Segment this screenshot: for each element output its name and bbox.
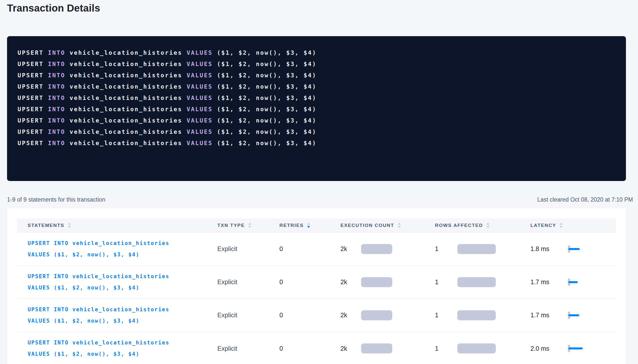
code-line: UPSERT INTO vehicle_location_histories V… bbox=[18, 126, 615, 138]
latency-cell: 1.7 ms bbox=[530, 278, 616, 286]
sort-desc-icon bbox=[398, 226, 401, 228]
rows-affected-value: 1 bbox=[435, 345, 457, 352]
txn-type-value: Explicit bbox=[217, 312, 237, 319]
retries-cell: 0 bbox=[279, 278, 340, 286]
rows-affected-bar bbox=[457, 310, 496, 320]
execution-count-cell: 2k bbox=[340, 343, 435, 353]
rows-affected-bar bbox=[457, 277, 496, 287]
statement-line-1: UPSERT INTO vehicle_location_histories bbox=[28, 271, 169, 282]
latency-bar-chart bbox=[568, 312, 601, 319]
sort-asc-icon bbox=[560, 223, 563, 225]
transaction-details-page: Transaction Details UPSERT INTO vehicle_… bbox=[0, 0, 638, 364]
code-line: UPSERT INTO vehicle_location_histories V… bbox=[18, 115, 615, 126]
sort-arrows-icon bbox=[307, 223, 310, 228]
column-header-label: STATEMENTS bbox=[28, 223, 64, 228]
execution-count-value: 2k bbox=[340, 312, 361, 319]
column-header-latency[interactable]: LATENCY bbox=[530, 223, 616, 228]
table-row: UPSERT INTO vehicle_location_historiesVA… bbox=[17, 266, 616, 299]
table-row: UPSERT INTO vehicle_location_historiesVA… bbox=[17, 232, 616, 266]
latency-cell: 1.7 ms bbox=[530, 312, 616, 319]
rows-affected-value: 1 bbox=[435, 245, 457, 253]
table-row: UPSERT INTO vehicle_location_historiesVA… bbox=[17, 332, 616, 364]
retries-value: 0 bbox=[279, 245, 283, 253]
latency-bar bbox=[568, 248, 580, 250]
code-line: UPSERT INTO vehicle_location_histories V… bbox=[18, 58, 615, 70]
sort-arrows-icon bbox=[248, 223, 251, 228]
statement-cell: UPSERT INTO vehicle_location_historiesVA… bbox=[17, 337, 217, 360]
statement-link[interactable]: UPSERT INTO vehicle_location_historiesVA… bbox=[28, 337, 169, 360]
statement-link[interactable]: UPSERT INTO vehicle_location_historiesVA… bbox=[28, 304, 169, 327]
sort-arrows-icon bbox=[398, 223, 401, 228]
statement-line-2: VALUES ($1, $2, now(), $3, $4) bbox=[28, 282, 169, 293]
page-title: Transaction Details bbox=[7, 3, 100, 14]
column-header-label: RETRIES bbox=[279, 223, 304, 228]
code-line: UPSERT INTO vehicle_location_histories V… bbox=[18, 92, 615, 104]
latency-value: 1.7 ms bbox=[530, 278, 568, 286]
rows-affected-bar bbox=[457, 343, 496, 353]
statement-line-1: UPSERT INTO vehicle_location_histories bbox=[28, 238, 169, 249]
statement-line-2: VALUES ($1, $2, now(), $3, $4) bbox=[28, 348, 169, 360]
code-line: UPSERT INTO vehicle_location_histories V… bbox=[18, 70, 615, 81]
execution-count-bar bbox=[361, 244, 392, 254]
table-row: UPSERT INTO vehicle_location_historiesVA… bbox=[17, 299, 616, 332]
column-header-label: EXECUTION COUNT bbox=[340, 223, 394, 228]
latency-bar-chart bbox=[568, 345, 601, 352]
execution-count-value: 2k bbox=[340, 278, 361, 286]
code-line: UPSERT INTO vehicle_location_histories V… bbox=[18, 81, 615, 92]
statement-line-1: UPSERT INTO vehicle_location_histories bbox=[28, 304, 169, 315]
table-body: UPSERT INTO vehicle_location_historiesVA… bbox=[17, 232, 616, 364]
last-cleared-text: Last cleared Oct 08, 2020 at 7:10 PM bbox=[537, 196, 633, 203]
sort-desc-icon bbox=[486, 226, 489, 228]
rows-affected-value: 1 bbox=[435, 278, 457, 286]
rows-affected-cell: 1 bbox=[435, 277, 530, 287]
column-header-rows-affected[interactable]: ROWS AFFECTED bbox=[435, 223, 530, 228]
execution-count-value: 2k bbox=[340, 345, 361, 352]
sql-code-block: UPSERT INTO vehicle_location_histories V… bbox=[7, 36, 626, 181]
txn-type-value: Explicit bbox=[217, 245, 237, 253]
code-line: UPSERT INTO vehicle_location_histories V… bbox=[18, 138, 615, 149]
sort-desc-icon bbox=[560, 226, 563, 228]
retries-value: 0 bbox=[279, 345, 283, 352]
column-header-statements[interactable]: STATEMENTS bbox=[17, 223, 217, 228]
statement-link[interactable]: UPSERT INTO vehicle_location_historiesVA… bbox=[28, 271, 169, 293]
column-header-label: TXN TYPE bbox=[217, 223, 245, 228]
retries-value: 0 bbox=[279, 312, 283, 319]
latency-bar-chart bbox=[568, 278, 601, 286]
latency-value: 2.0 ms bbox=[530, 345, 568, 352]
txn-type-cell: Explicit bbox=[217, 278, 279, 286]
txn-type-cell: Explicit bbox=[217, 245, 279, 253]
column-header-txn-type[interactable]: TXN TYPE bbox=[217, 223, 279, 228]
txn-type-value: Explicit bbox=[217, 345, 237, 352]
rows-affected-cell: 1 bbox=[435, 310, 530, 320]
column-header-execution-count[interactable]: EXECUTION COUNT bbox=[340, 223, 435, 228]
retries-cell: 0 bbox=[279, 345, 340, 352]
statement-line-2: VALUES ($1, $2, now(), $3, $4) bbox=[28, 315, 169, 327]
sort-asc-icon bbox=[398, 223, 401, 225]
statement-line-1: UPSERT INTO vehicle_location_histories bbox=[28, 337, 169, 348]
rows-affected-bar bbox=[457, 244, 496, 254]
txn-type-cell: Explicit bbox=[217, 312, 279, 319]
rows-affected-value: 1 bbox=[435, 312, 457, 319]
statement-line-2: VALUES ($1, $2, now(), $3, $4) bbox=[28, 249, 169, 260]
latency-bar-chart bbox=[568, 245, 601, 253]
sort-asc-icon bbox=[307, 223, 310, 225]
rows-affected-cell: 1 bbox=[435, 343, 530, 353]
execution-count-cell: 2k bbox=[340, 310, 435, 320]
column-header-retries[interactable]: RETRIES bbox=[279, 223, 340, 228]
latency-value: 1.7 ms bbox=[530, 312, 568, 319]
sort-desc-icon bbox=[307, 226, 310, 228]
statement-cell: UPSERT INTO vehicle_location_historiesVA… bbox=[17, 271, 217, 293]
statement-cell: UPSERT INTO vehicle_location_historiesVA… bbox=[17, 238, 217, 260]
sort-arrows-icon bbox=[560, 223, 563, 228]
statement-link[interactable]: UPSERT INTO vehicle_location_historiesVA… bbox=[28, 238, 169, 260]
execution-count-cell: 2k bbox=[340, 277, 435, 287]
latency-cell: 1.8 ms bbox=[530, 245, 616, 253]
sort-asc-icon bbox=[68, 223, 71, 225]
code-line: UPSERT INTO vehicle_location_histories V… bbox=[18, 47, 615, 58]
statements-table-card: STATEMENTSTXN TYPERETRIESEXECUTION COUNT… bbox=[7, 208, 626, 364]
column-header-label: LATENCY bbox=[530, 223, 556, 228]
statements-count-text: 1-9 of 9 statements for this transaction bbox=[7, 196, 105, 203]
txn-type-cell: Explicit bbox=[217, 345, 279, 352]
latency-bar bbox=[568, 314, 579, 316]
latency-bar bbox=[568, 281, 578, 283]
